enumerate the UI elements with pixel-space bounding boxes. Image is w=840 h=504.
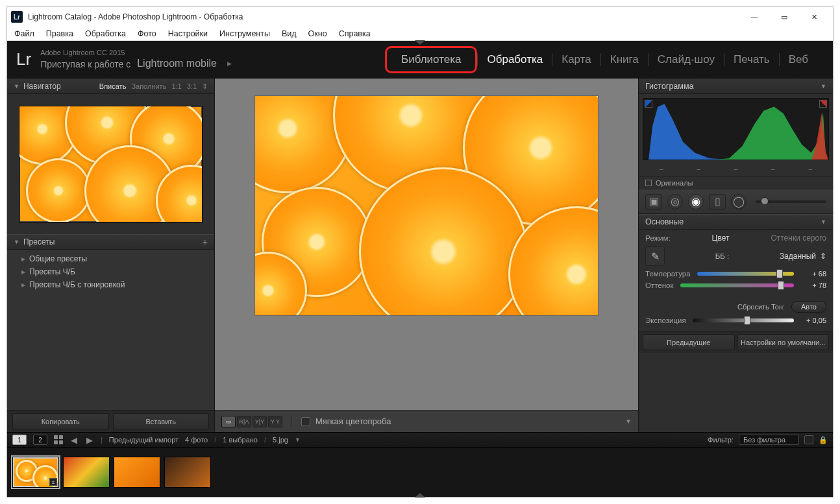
module-print[interactable]: Печать bbox=[724, 51, 779, 69]
identity-menu-icon[interactable]: ▶ bbox=[227, 60, 232, 68]
spot-tool-icon[interactable]: ◎ bbox=[667, 194, 683, 210]
temperature-value[interactable]: + 68 bbox=[800, 270, 826, 278]
radial-tool-icon[interactable]: ◯ bbox=[731, 194, 747, 210]
main-photo[interactable] bbox=[254, 95, 599, 316]
filter-switch-icon[interactable] bbox=[804, 435, 813, 444]
menu-develop[interactable]: Обработка bbox=[79, 28, 132, 40]
menu-edit[interactable]: Правка bbox=[40, 28, 79, 40]
nav-mode-fill[interactable]: Заполнить bbox=[131, 82, 166, 91]
filmstrip[interactable]: ± bbox=[7, 448, 833, 497]
right-panel: Гистограмма ▼ – – – – bbox=[638, 78, 833, 432]
navigator-thumbnail[interactable] bbox=[19, 106, 203, 222]
copy-button[interactable]: Копировать bbox=[12, 413, 109, 429]
menu-settings[interactable]: Настройки bbox=[162, 28, 214, 40]
tone-reset-label[interactable]: Сбросить Тон: bbox=[737, 303, 785, 311]
highlight-clip-icon[interactable] bbox=[819, 100, 827, 108]
module-develop[interactable]: Обработка bbox=[478, 51, 552, 69]
navigator-header[interactable]: ▼ Навигатор Вписать Заполнить 1:1 3:1 ⇕ bbox=[7, 78, 214, 94]
checkbox-icon[interactable] bbox=[301, 417, 310, 426]
module-web[interactable]: Веб bbox=[780, 51, 817, 69]
menu-file[interactable]: Файл bbox=[8, 28, 40, 40]
source-label[interactable]: Предыдущий импорт bbox=[109, 436, 179, 444]
exposure-slider[interactable] bbox=[693, 318, 794, 322]
develop-badge-icon: ± bbox=[49, 478, 57, 486]
top-header: Lr Adobe Lightroom CC 2015 Приступая к р… bbox=[7, 41, 833, 78]
filmstrip-thumb[interactable]: ± bbox=[12, 457, 59, 488]
close-button[interactable]: ✕ bbox=[799, 8, 829, 26]
gradient-tool-icon[interactable]: ▯ bbox=[709, 194, 726, 210]
filmstrip-thumb[interactable] bbox=[164, 457, 211, 488]
menu-photo[interactable]: Фото bbox=[132, 28, 162, 40]
module-slideshow[interactable]: Слайд-шоу bbox=[649, 51, 724, 69]
grid-view-icon[interactable] bbox=[54, 435, 63, 444]
presets-add-icon[interactable]: + bbox=[203, 237, 208, 247]
originals-row[interactable]: Оригиналы bbox=[639, 176, 833, 189]
screen-1-button[interactable]: 1 bbox=[12, 435, 27, 445]
menu-tools[interactable]: Инструменты bbox=[214, 28, 276, 40]
center-panel: ▭ R|A Y|Y Y Y Мягкая цветопроба ▼ bbox=[215, 78, 638, 432]
histogram-header[interactable]: Гистограмма ▼ bbox=[639, 78, 833, 94]
tint-value[interactable]: + 78 bbox=[800, 282, 826, 289]
nav-mode-3to1[interactable]: 3:1 bbox=[187, 82, 197, 91]
previous-button[interactable]: Предыдущие bbox=[643, 334, 735, 350]
filmstrip-thumb[interactable] bbox=[63, 457, 110, 488]
nav-back-icon[interactable]: ◀ bbox=[69, 435, 79, 445]
soft-proof-label: Мягкая цветопроба bbox=[315, 416, 391, 426]
chevron-down-icon: ▼ bbox=[14, 239, 19, 245]
redeye-tool-icon[interactable]: ◉ bbox=[688, 194, 704, 210]
before-after-lr-icon[interactable]: R|A bbox=[237, 416, 251, 427]
tone-auto-button[interactable]: Авто bbox=[791, 301, 826, 313]
histogram-graph[interactable] bbox=[643, 98, 829, 160]
before-after-split-icon[interactable]: Y Y bbox=[268, 416, 282, 427]
checkbox-icon[interactable] bbox=[645, 180, 652, 186]
wb-eyedropper-icon[interactable]: ✎ bbox=[645, 246, 665, 266]
shadow-clip-icon[interactable] bbox=[645, 100, 652, 108]
wb-label: ББ : bbox=[715, 252, 729, 260]
window-title: Lightroom Catalog - Adobe Photoshop Ligh… bbox=[28, 12, 739, 21]
crop-tool-icon[interactable]: ▣ bbox=[645, 194, 662, 210]
maximize-button[interactable]: ▭ bbox=[769, 8, 799, 26]
wb-value-dropdown[interactable]: Заданный ⇕ bbox=[780, 252, 826, 261]
loupe-view-icon[interactable]: ▭ bbox=[221, 416, 236, 427]
treatment-bw[interactable]: Оттенки серого bbox=[771, 234, 826, 243]
module-book[interactable]: Книга bbox=[601, 51, 648, 69]
menu-window[interactable]: Окно bbox=[303, 28, 333, 40]
preset-folder[interactable]: ▶Пресеты Ч/Б bbox=[7, 265, 214, 278]
basic-title: Основные bbox=[645, 217, 684, 226]
tint-slider[interactable] bbox=[680, 283, 794, 287]
nav-mode-fit[interactable]: Вписать bbox=[99, 82, 127, 91]
preset-folder[interactable]: ▶Пресеты Ч/Б с тонировкой bbox=[7, 278, 214, 291]
treatment-color[interactable]: Цвет bbox=[712, 234, 730, 243]
menu-view[interactable]: Вид bbox=[276, 28, 303, 40]
right-actions: Предыдущие Настройки по умолчани... bbox=[639, 331, 833, 353]
identity-plate[interactable]: Adobe Lightroom CC 2015 Приступая к рабо… bbox=[40, 48, 232, 71]
filmstrip-thumb[interactable] bbox=[114, 457, 160, 488]
preset-folder[interactable]: ▶Общие пресеты bbox=[7, 252, 214, 265]
mask-slider[interactable] bbox=[756, 200, 826, 203]
filter-dropdown[interactable]: Без фильтра bbox=[739, 435, 799, 445]
breadcrumb-menu-icon[interactable]: ▼ bbox=[295, 437, 301, 443]
filter-lock-icon[interactable]: 🔒 bbox=[819, 436, 828, 444]
basic-header[interactable]: Основные ▼ bbox=[639, 214, 833, 230]
menu-help[interactable]: Справка bbox=[333, 28, 377, 40]
presets-title: Пресеты bbox=[23, 237, 203, 246]
canvas-area[interactable] bbox=[215, 78, 638, 410]
nav-fwd-icon[interactable]: ▶ bbox=[85, 435, 94, 445]
nav-mode-1to1[interactable]: 1:1 bbox=[171, 82, 181, 91]
module-map[interactable]: Карта bbox=[552, 51, 600, 69]
module-library[interactable]: Библиотека bbox=[385, 46, 477, 73]
updown-icon: ⇕ bbox=[820, 252, 826, 261]
soft-proof-toggle[interactable]: Мягкая цветопроба bbox=[301, 416, 391, 426]
presets-header[interactable]: ▼ Пресеты + bbox=[7, 234, 214, 250]
reset-button[interactable]: Настройки по умолчани... bbox=[737, 334, 830, 350]
nav-mode-more-icon[interactable]: ⇕ bbox=[202, 82, 208, 91]
paste-button[interactable]: Вставить bbox=[113, 413, 210, 429]
module-picker: Библиотека Обработка Карта Книга Слайд-ш… bbox=[385, 46, 817, 73]
before-after-tb-icon[interactable]: Y|Y bbox=[253, 416, 267, 427]
minimize-button[interactable]: — bbox=[739, 8, 769, 26]
chevron-down-icon: ▼ bbox=[821, 219, 826, 225]
temperature-slider[interactable] bbox=[697, 272, 794, 276]
screen-2-button[interactable]: 2 bbox=[33, 435, 47, 445]
toolbar-menu-icon[interactable]: ▼ bbox=[625, 418, 632, 425]
exposure-value[interactable]: + 0,05 bbox=[800, 317, 826, 324]
